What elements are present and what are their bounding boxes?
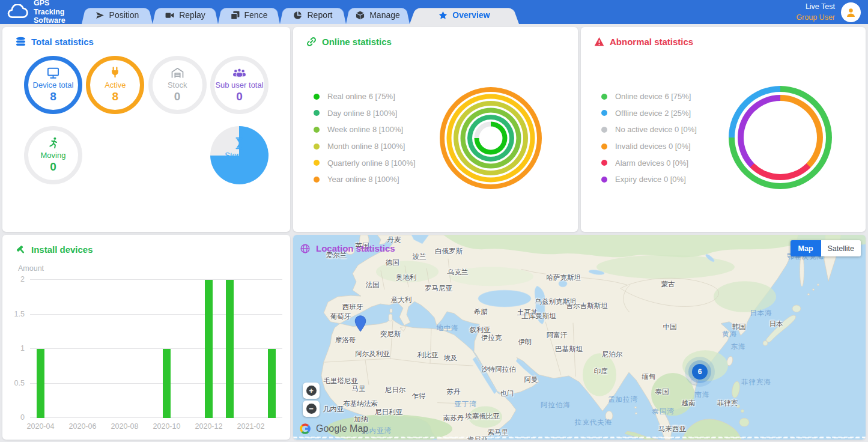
gridline bbox=[30, 279, 282, 280]
legend-item[interactable]: Online device 6 [75%] bbox=[601, 88, 697, 105]
avatar[interactable] bbox=[841, 2, 861, 22]
legend-dot bbox=[314, 127, 320, 133]
legend-item[interactable]: Alarm devices 0 [0%] bbox=[601, 154, 697, 171]
online-legend: Real online 6 [75%]Day online 8 [100%]We… bbox=[314, 88, 416, 188]
map-dashed-line bbox=[293, 437, 866, 438]
map-country-label: 阿曼 bbox=[524, 375, 538, 384]
map-button[interactable]: Map bbox=[791, 240, 821, 256]
online-rings-chart bbox=[440, 87, 542, 189]
install-bar-chart: 00.511.522020-042020-062020-082020-10202… bbox=[30, 280, 282, 418]
legend-text: Invalid devices 0 [0%] bbox=[615, 142, 691, 151]
map-country-label: 希腊 bbox=[474, 307, 488, 316]
satellite-button[interactable]: Satellite bbox=[821, 240, 861, 256]
map-country-label: 吉尔吉斯斯坦 bbox=[566, 301, 608, 310]
map-country-label: 马来西亚 bbox=[658, 425, 686, 434]
legend-text: Offline device 2 [25%] bbox=[615, 109, 691, 118]
y-tick-label: 1 bbox=[20, 345, 25, 352]
nav-tabs: PositionReplayFenceReportManageOverview bbox=[82, 0, 519, 24]
tab-position[interactable]: Position bbox=[82, 6, 153, 24]
legend-item[interactable]: Real online 6 [75%] bbox=[314, 88, 416, 105]
device-cluster-marker[interactable]: 6 bbox=[692, 364, 708, 380]
cube-icon bbox=[356, 11, 365, 20]
bar-2020-10 bbox=[163, 349, 171, 418]
online-statistics-header: Online statistics bbox=[293, 27, 578, 47]
map-country-label: 阿尔及利亚 bbox=[355, 350, 390, 359]
gridline bbox=[30, 314, 282, 315]
zoom-in-button[interactable]: + bbox=[303, 383, 320, 399]
map-country-label: 尼日尔 bbox=[385, 386, 406, 395]
stat-label: Device total bbox=[33, 80, 74, 89]
stat-grid: Device total 8 Active 8 Stock 0 Sub user… bbox=[2, 47, 290, 196]
map-country-label: 土库曼斯坦 bbox=[521, 312, 556, 321]
panel-title: Location statistics bbox=[316, 243, 395, 253]
user-info: Live Test Group User bbox=[796, 1, 835, 23]
y-axis-label: Amount bbox=[18, 264, 44, 273]
map-country-label: 印度 bbox=[594, 367, 608, 376]
google-attribution[interactable]: Google Map bbox=[299, 423, 368, 435]
bar-2020-04 bbox=[37, 349, 44, 418]
stat-value: 6 bbox=[236, 160, 243, 174]
stat-value: 8 bbox=[112, 90, 119, 103]
warning-icon bbox=[594, 37, 604, 47]
star-icon bbox=[439, 11, 448, 20]
hourglass-icon bbox=[232, 137, 246, 150]
tab-fence[interactable]: Fence bbox=[218, 6, 280, 24]
panel-title: Total statistics bbox=[31, 37, 94, 47]
location-statistics-header: Location statistics bbox=[300, 243, 395, 253]
map-country-label: 德国 bbox=[386, 258, 399, 267]
map-country-label: 乌克兰 bbox=[448, 268, 469, 277]
legend-item[interactable]: Week online 8 [100%] bbox=[314, 121, 416, 138]
tab-manage[interactable]: Manage bbox=[346, 6, 410, 24]
map-country-label: 葡萄牙 bbox=[330, 312, 351, 321]
user-role[interactable]: Group User bbox=[796, 12, 835, 23]
legend-text: No active device 0 [0%] bbox=[615, 125, 697, 134]
map-sea-label: 地中海 bbox=[436, 324, 459, 333]
stat-label: Moving bbox=[41, 151, 66, 160]
stat-device-total: Device total 8 bbox=[24, 56, 82, 114]
total-statistics-header: Total statistics bbox=[2, 27, 290, 47]
legend-text: Real online 6 [75%] bbox=[327, 92, 395, 101]
panel-title: Abnormal statistics bbox=[610, 37, 693, 47]
map-country-label: 利比亚 bbox=[417, 351, 439, 360]
panel-title: Online statistics bbox=[322, 37, 392, 47]
map-country-label: 伊拉克 bbox=[481, 333, 502, 342]
legend-item[interactable]: Invalid devices 0 [0%] bbox=[601, 138, 697, 155]
map-country-label: 泰国 bbox=[655, 387, 669, 396]
zoom-out-button[interactable]: − bbox=[303, 401, 320, 417]
map-country-label: 几内亚 bbox=[323, 405, 344, 414]
map-sea-label: 阿拉伯海 bbox=[541, 401, 571, 410]
tab-report[interactable]: Report bbox=[280, 6, 346, 24]
tab-overview[interactable]: Overview bbox=[410, 6, 519, 24]
map-country-label: 法国 bbox=[366, 280, 380, 289]
stat-value: 8 bbox=[50, 90, 56, 103]
map-country-label: 菲律宾 bbox=[717, 399, 738, 408]
stat-label: Active bbox=[105, 80, 126, 89]
legend-item[interactable]: Day online 8 [100%] bbox=[314, 105, 416, 122]
bar-2020-12 bbox=[205, 280, 213, 418]
x-tick-label: 2020-08 bbox=[111, 422, 139, 431]
tab-label: Manage bbox=[369, 10, 400, 20]
stat-value: 0 bbox=[236, 90, 243, 103]
database-icon bbox=[16, 37, 26, 47]
tab-replay[interactable]: Replay bbox=[153, 6, 218, 24]
map-country-label: 尼日利亚 bbox=[375, 408, 402, 417]
legend-item[interactable]: No active device 0 [0%] bbox=[601, 121, 697, 138]
link-icon bbox=[306, 37, 317, 47]
legend-item[interactable]: Month online 8 [100%] bbox=[314, 138, 416, 155]
map-sea-label: 孟加拉湾 bbox=[608, 395, 638, 404]
legend-dot bbox=[601, 127, 607, 133]
person-icon bbox=[845, 7, 857, 18]
legend-item[interactable]: Expiry device 0 [0%] bbox=[601, 171, 697, 188]
legend-item[interactable]: Quarterly online 8 [100%] bbox=[314, 154, 416, 171]
legend-item[interactable]: Year online 8 [100%] bbox=[314, 171, 416, 188]
device-pin-marker[interactable] bbox=[354, 315, 366, 335]
map-country-label: 布基纳法索 bbox=[343, 399, 378, 408]
legend-item[interactable]: Offline device 2 [25%] bbox=[601, 105, 697, 122]
abnormal-legend: Online device 6 [75%]Offline device 2 [2… bbox=[601, 88, 697, 188]
map-country-label: 意大利 bbox=[391, 295, 412, 304]
panel-abnormal-statistics: Abnormal statistics Online device 6 [75%… bbox=[581, 27, 866, 232]
stat-sub-user-total: Sub user total 0 bbox=[210, 56, 269, 114]
legend-text: Expiry device 0 [0%] bbox=[615, 175, 686, 184]
gridline bbox=[30, 417, 282, 418]
legend-text: Alarm devices 0 [0%] bbox=[615, 159, 688, 168]
